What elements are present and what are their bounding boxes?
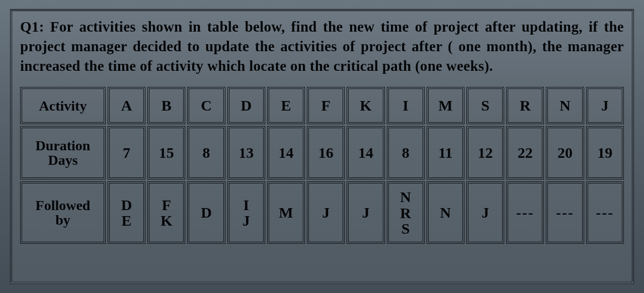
duration-cell: 12: [466, 126, 504, 179]
followed-cell: N: [427, 181, 464, 244]
followed-cell: J: [307, 181, 345, 244]
duration-cell: 8: [387, 126, 425, 179]
duration-cell: 16: [307, 126, 345, 179]
duration-cell: 13: [227, 126, 265, 179]
followed-cell: ---: [546, 181, 584, 244]
activity-cell: D: [227, 87, 265, 124]
followed-cell: J: [466, 181, 504, 244]
duration-label-l1: Duration: [23, 138, 103, 153]
followed-value: S: [390, 221, 422, 237]
activity-table: Activity A B C D E F K I M S R N J Durat…: [18, 85, 626, 246]
activity-cell: J: [586, 87, 624, 124]
followed-value: N: [390, 189, 422, 205]
followed-value: F: [150, 197, 182, 213]
row-header-activity: Activity: [20, 87, 106, 124]
duration-cell: 14: [347, 126, 384, 179]
followed-cell: ---: [586, 181, 624, 244]
followed-cell: D: [187, 181, 225, 244]
duration-cell: 19: [586, 126, 624, 179]
activity-cell: I: [387, 87, 425, 124]
duration-cell: 11: [427, 126, 464, 179]
followed-label-l2: by: [23, 213, 103, 227]
followed-cell: DE: [108, 181, 145, 244]
activity-cell: E: [267, 87, 305, 124]
duration-cell: 7: [108, 126, 145, 179]
followed-cell: J: [347, 181, 384, 244]
question-body: For activities shown in table below, fin…: [20, 19, 624, 74]
duration-cell: 20: [546, 126, 584, 179]
followed-value: R: [390, 205, 422, 221]
duration-cell: 14: [267, 126, 305, 179]
row-followed-by: Followed by DE FK D IJ M J J NRS N J ---…: [20, 181, 624, 244]
activity-cell: R: [506, 87, 544, 124]
activity-cell: F: [307, 87, 345, 124]
activity-cell: N: [546, 87, 584, 124]
page: Q1: For activities shown in table below,…: [0, 0, 644, 293]
row-duration: Duration Days 7 15 8 13 14 16 14 8 11 12…: [20, 126, 624, 179]
row-header-duration: Duration Days: [20, 126, 106, 179]
followed-value: D: [111, 197, 142, 213]
duration-cell: 8: [187, 126, 225, 179]
activity-cell: C: [187, 87, 225, 124]
question-text: Q1: For activities shown in table below,…: [20, 17, 624, 76]
document-frame: Q1: For activities shown in table below,…: [10, 9, 634, 284]
activity-cell: S: [466, 87, 504, 124]
activity-cell: B: [147, 87, 185, 124]
followed-cell: IJ: [227, 181, 265, 244]
row-activity: Activity A B C D E F K I M S R N J: [20, 87, 624, 124]
followed-cell: ---: [506, 181, 544, 244]
duration-cell: 15: [147, 126, 185, 179]
followed-cell: NRS: [387, 181, 425, 244]
followed-value: K: [150, 213, 182, 229]
activity-cell: A: [108, 87, 145, 124]
followed-cell: M: [267, 181, 305, 244]
activity-cell: K: [347, 87, 384, 124]
followed-value: J: [230, 213, 262, 229]
followed-cell: FK: [147, 181, 185, 244]
question-label: Q1:: [20, 19, 44, 35]
row-header-followed: Followed by: [20, 181, 106, 244]
duration-label-l2: Days: [23, 153, 103, 167]
activity-cell: M: [427, 87, 464, 124]
followed-value: I: [230, 197, 262, 213]
duration-cell: 22: [506, 126, 544, 179]
followed-label-l1: Followed: [23, 198, 103, 213]
followed-value: E: [111, 213, 142, 229]
